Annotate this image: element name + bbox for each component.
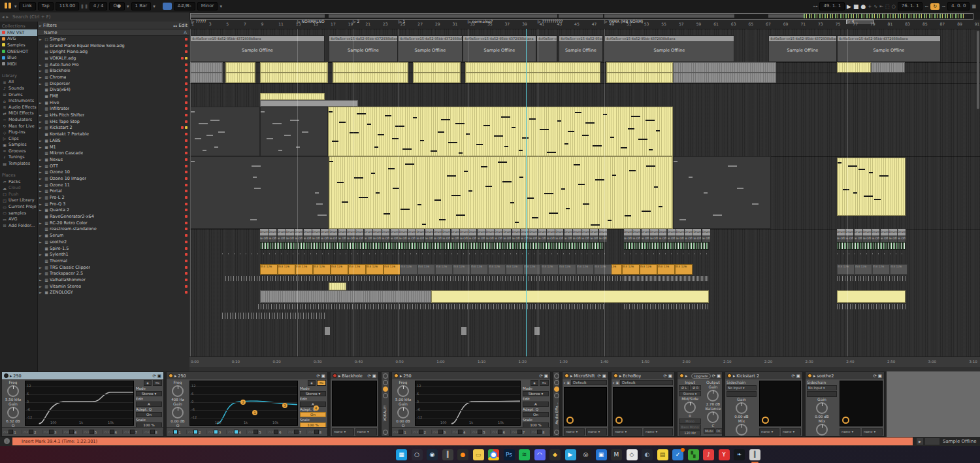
device-header[interactable]: ▸MicroShift⟳▣: [563, 372, 608, 379]
arrangement-position-field[interactable]: 49. 1. 1: [819, 2, 845, 10]
mode-value[interactable]: Stereo ▾: [136, 391, 162, 396]
adapt-q-value[interactable]: On: [523, 412, 549, 417]
eq8-display[interactable]: 1260-6-121001k10k: [25, 381, 134, 426]
filter-slot-1[interactable]: ◠▾1: [167, 430, 187, 434]
sidebar-collection-samples[interactable]: Samples: [0, 42, 37, 48]
taskbar-icon-music-red[interactable]: ♪: [703, 449, 714, 460]
device-header[interactable]: ▸250⟳▣: [392, 372, 550, 379]
expand-arrow-icon[interactable]: ►: [38, 37, 43, 41]
search-input[interactable]: Search (Ctrl + F): [12, 14, 51, 20]
browser-item[interactable]: ►▥Ozone 11: [38, 182, 189, 188]
link-button[interactable]: Link: [19, 2, 36, 10]
eq8-gain-knob[interactable]: [397, 407, 409, 419]
midi-clip[interactable]: [333, 62, 408, 73]
taskbar-icon-telegram[interactable]: ▶: [565, 449, 576, 460]
filter-slot-8[interactable]: ◠▾8: [143, 430, 163, 434]
loop-chip-clip-muted[interactable]: Ih3 126: [435, 264, 453, 275]
filter-enable-box[interactable]: [419, 430, 423, 434]
rack-strip-vokali-[interactable]: VOKALI!!: [381, 371, 389, 437]
sidebar-item-drums[interactable]: ⊞Drums: [0, 92, 37, 98]
adapt-q-value[interactable]: On: [136, 412, 162, 417]
drum-clip-name[interactable]: Drum: [460, 229, 468, 235]
nudge-down-icon[interactable]: ⫼: [81, 4, 83, 9]
device-header[interactable]: ▸250⟳▣: [167, 372, 327, 379]
sidebar-collection-fav-vst[interactable]: FAV VST: [0, 29, 37, 36]
taskbar-icon-steam[interactable]: ◉: [427, 449, 438, 460]
browser-item[interactable]: ►▥OTT: [38, 163, 189, 169]
expand-arrow-icon[interactable]: ►: [38, 145, 43, 149]
sidechain-input-dropdown[interactable]: No Input ▾: [727, 385, 757, 390]
drum-clip-name[interactable]: Drum: [373, 229, 381, 235]
sidebar-collection-oneshot[interactable]: ONESHOT: [0, 48, 37, 55]
quantize-caret[interactable]: ▾: [153, 4, 155, 9]
clip-gray[interactable]: [260, 290, 431, 303]
filter-slot-7[interactable]: ◠▾7: [511, 430, 531, 434]
device-preview-icon[interactable]: ▸: [10, 373, 12, 379]
none-dropdown-b[interactable]: none ▾: [781, 428, 801, 436]
preset-play-icon[interactable]: ▸: [613, 381, 615, 385]
audition-icon[interactable]: ◉: [144, 380, 152, 386]
taskbar-icon-windows-start[interactable]: ▦: [396, 449, 407, 460]
midi-clip-gray[interactable]: [190, 73, 223, 83]
loop-start-field[interactable]: 76. 1. 1: [898, 2, 923, 10]
drum-clip-name[interactable]: Drum: [295, 229, 302, 235]
follow-icon[interactable]: ⊶: [813, 4, 817, 9]
audio-clip[interactable]: 4cf0a5ce-ce15-4a52-95bb-4372938b8aeaSamp…: [559, 35, 603, 62]
hotswap-icon[interactable]: ⟳: [316, 373, 319, 379]
filter-slot-5[interactable]: ◠▾5: [83, 430, 103, 434]
loop-chip-clip[interactable]: Ih3 126: [260, 264, 278, 275]
save-preset-icon[interactable]: ▣: [602, 373, 606, 379]
tap-tempo-button[interactable]: Tap: [38, 2, 54, 10]
midi-clip[interactable]: [465, 62, 600, 73]
clip-header-bar[interactable]: [260, 100, 358, 107]
loop-chip-clip[interactable]: Ih3 126: [278, 264, 295, 275]
drum-clip-name[interactable]: Drum: [668, 229, 676, 235]
expand-arrow-icon[interactable]: ►: [38, 189, 43, 193]
loop-chip-clip[interactable]: Ih3 126: [348, 264, 366, 275]
none-dropdown-a[interactable]: none ▾: [840, 428, 860, 436]
none-dropdown-a[interactable]: none ▾: [759, 428, 779, 436]
plugin-panel[interactable]: [564, 387, 607, 426]
filter-enable-box[interactable]: [90, 430, 94, 434]
automation-arm-icon[interactable]: ∿: [874, 4, 877, 9]
overdub-icon[interactable]: +: [868, 4, 872, 9]
device-activator[interactable]: [727, 373, 732, 378]
drum-clip-name[interactable]: Drum: [547, 229, 555, 235]
tiny-clip[interactable]: [461, 327, 466, 335]
filter-enable-box[interactable]: [253, 430, 258, 434]
play-button[interactable]: ▶: [847, 3, 851, 10]
expand-arrow-icon[interactable]: ►: [38, 75, 43, 79]
taskbar-icon-terminal[interactable]: ▣: [596, 449, 607, 460]
browser-item[interactable]: ▦Diva(x64): [38, 87, 189, 94]
browser-item[interactable]: ►▥Ozone 10 Imager: [38, 175, 189, 182]
sidebar-item-all[interactable]: ≡All: [0, 79, 37, 86]
rack-bottom-icon[interactable]: [554, 430, 559, 435]
midi-clip[interactable]: [606, 73, 673, 83]
sidebar-item-grooves[interactable]: ≈Grooves: [0, 148, 37, 154]
filter-enable-box[interactable]: [294, 430, 299, 434]
drum-clip-name[interactable]: Drum: [304, 229, 312, 235]
expand-arrow-icon[interactable]: ►: [38, 196, 43, 199]
tiny-clip[interactable]: [325, 327, 330, 335]
drum-clip-name[interactable]: Drum: [599, 229, 607, 235]
edit-value[interactable]: A: [300, 402, 326, 407]
browser-item[interactable]: ▥reastream-standalone: [38, 226, 189, 233]
expand-arrow-icon[interactable]: ►: [38, 164, 43, 168]
drum-clip-name[interactable]: Drum: [642, 229, 649, 235]
taskbar-icon-spotify[interactable]: ≋: [519, 449, 530, 460]
drum-clip-name[interactable]: Drum: [676, 229, 684, 235]
midi-clip[interactable]: [413, 62, 461, 73]
expand-arrow-icon[interactable]: ►: [38, 101, 43, 105]
browser-item[interactable]: ►▥Disperser: [38, 80, 189, 87]
drum-clip-name[interactable]: Drum: [573, 229, 581, 235]
none-dropdown-a[interactable]: none ▾: [564, 428, 585, 436]
waveform-clip[interactable]: [260, 242, 604, 250]
time-signature-field[interactable]: 4 / 4: [90, 2, 108, 10]
filter-enable-box[interactable]: [314, 430, 319, 434]
drum-clip-name[interactable]: Drum: [260, 229, 268, 235]
key-root-menu[interactable]: A#/B♭: [174, 2, 195, 10]
none-dropdown-b[interactable]: none ▾: [862, 428, 883, 436]
browser-item[interactable]: ►□Simpler: [38, 36, 189, 43]
drum-clip-name[interactable]: Drum: [347, 229, 355, 235]
filter-enable-box[interactable]: [274, 430, 278, 434]
